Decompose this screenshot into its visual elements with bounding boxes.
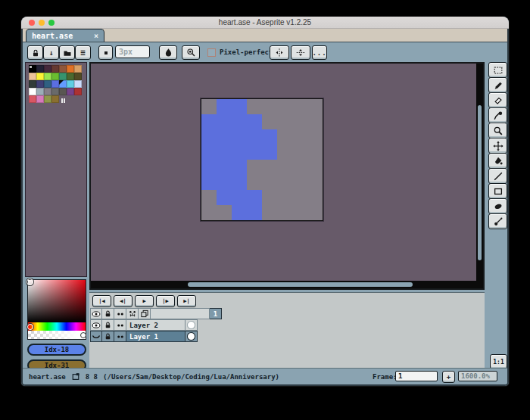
palette-swatch[interactable] — [44, 88, 51, 95]
tool-paint-bucket-button[interactable] — [488, 153, 507, 169]
sprite-pixel[interactable] — [292, 129, 307, 145]
palette-swatch[interactable] — [59, 80, 67, 88]
tool-contour-button[interactable] — [488, 198, 507, 214]
palette-swatch[interactable] — [74, 88, 82, 95]
sprite-pixel[interactable] — [277, 175, 292, 190]
symmetry-horizontal-button[interactable] — [291, 45, 310, 60]
sprite-pixel[interactable] — [292, 114, 307, 129]
sprite-pixel[interactable] — [292, 99, 307, 114]
sprite-pixel[interactable] — [262, 175, 277, 190]
hue-slider[interactable] — [28, 322, 86, 331]
sprite-pixel[interactable] — [262, 129, 277, 145]
sprite-pixel[interactable] — [232, 145, 247, 160]
sprite-pixel[interactable] — [217, 175, 232, 190]
cel-cell[interactable] — [186, 319, 198, 331]
sprite-pixel[interactable] — [247, 190, 262, 205]
palette-swatch[interactable] — [44, 95, 51, 103]
sprite-pixel[interactable] — [277, 160, 292, 175]
sprite-pixel[interactable] — [232, 114, 247, 129]
sprite-pixel[interactable] — [307, 99, 323, 114]
sprite-canvas[interactable] — [201, 98, 323, 221]
one-to-one-zoom-button[interactable]: 1:1 — [490, 354, 507, 369]
sprite-pixel[interactable] — [247, 114, 262, 129]
sprite-pixel[interactable] — [247, 175, 262, 190]
layer-row[interactable]: Layer 2 — [90, 319, 222, 331]
tool-move-button[interactable] — [488, 138, 507, 154]
sprite-pixel[interactable] — [262, 145, 277, 160]
palette-swatch[interactable] — [74, 73, 82, 80]
palette-swatch[interactable] — [44, 65, 51, 73]
sprite-pixel[interactable] — [201, 160, 217, 175]
sprite-pixel[interactable] — [201, 99, 217, 114]
tool-eyedropper-button[interactable] — [488, 107, 507, 123]
palette-swatch[interactable] — [36, 95, 44, 103]
sprite-pixel[interactable] — [277, 205, 292, 220]
sprite-pixel[interactable] — [247, 129, 262, 145]
palette-presets-button[interactable] — [59, 45, 75, 60]
palette-swatch[interactable] — [67, 88, 74, 95]
palette-swatch[interactable] — [74, 65, 82, 73]
palette-swatch[interactable] — [67, 65, 74, 73]
palette-swatch[interactable] — [29, 88, 36, 95]
symmetry-vertical-button[interactable] — [270, 45, 289, 60]
zoom-level-input[interactable]: 1600.0% — [458, 371, 497, 381]
tool-jumble-button[interactable] — [488, 213, 507, 229]
vertical-scrollbar[interactable] — [476, 64, 483, 288]
sprite-pixel[interactable] — [232, 99, 247, 114]
palette-swatch[interactable] — [29, 80, 36, 88]
sprite-pixel[interactable] — [247, 145, 262, 160]
dynamics-button[interactable] — [182, 45, 200, 60]
palette-swatch[interactable] — [29, 95, 36, 103]
sprite-pixel[interactable] — [201, 129, 217, 145]
sprite-pixel[interactable] — [307, 190, 323, 205]
sprite-pixel[interactable] — [292, 145, 307, 160]
alpha-marker-icon[interactable] — [80, 332, 86, 338]
sv-marker-icon[interactable] — [26, 278, 33, 285]
layer-link-toggle[interactable] — [114, 319, 126, 331]
sprite-pixel[interactable] — [277, 99, 292, 114]
sprite-pixel[interactable] — [232, 129, 247, 145]
link-cels-button[interactable] — [114, 308, 126, 319]
sprite-pixel[interactable] — [292, 205, 307, 220]
palette-swatch[interactable] — [67, 80, 74, 88]
layer-visibility-toggle[interactable] — [90, 331, 102, 342]
frame-number-input[interactable]: 1 — [395, 371, 438, 381]
sprite-pixel[interactable] — [232, 175, 247, 190]
sprite-pixel[interactable] — [307, 129, 323, 145]
sprite-pixel[interactable] — [277, 190, 292, 205]
sprite-pixel[interactable] — [201, 205, 217, 220]
palette-swatch[interactable] — [36, 73, 44, 80]
sprite-pixel[interactable] — [292, 175, 307, 190]
sprite-pixel[interactable] — [201, 190, 217, 205]
brush-size-input[interactable]: 3px — [115, 45, 150, 58]
sprite-pixel[interactable] — [307, 175, 323, 190]
sprite-pixel[interactable] — [247, 160, 262, 175]
sprite-pixel[interactable] — [292, 190, 307, 205]
layer-name[interactable]: Layer 1 — [126, 331, 186, 342]
palette-swatch[interactable] — [67, 73, 74, 80]
palette-sort-button[interactable]: ↓ — [43, 45, 59, 60]
tool-pencil-button[interactable] — [488, 77, 507, 93]
last-frame-button[interactable]: ▶| — [177, 295, 196, 307]
add-frame-button[interactable]: + — [442, 371, 455, 383]
horizontal-scrollbar[interactable] — [91, 281, 476, 288]
palette-swatch[interactable] — [59, 88, 67, 95]
prev-frame-button[interactable]: ◀| — [114, 295, 132, 307]
sprite-pixel[interactable] — [217, 190, 232, 205]
palette-swatch[interactable] — [29, 73, 36, 80]
cel-cell[interactable] — [186, 331, 198, 342]
sprite-pixel[interactable] — [262, 99, 277, 114]
next-frame-button[interactable]: |▶ — [156, 295, 175, 307]
tab-heart-ase[interactable]: heart.ase × — [26, 29, 104, 42]
alpha-slider[interactable] — [28, 331, 86, 339]
frame-header-cell[interactable]: 1 — [210, 308, 222, 319]
horizontal-scrollbar-thumb[interactable] — [188, 282, 413, 287]
sprite-pixel[interactable] — [292, 160, 307, 175]
sprite-pixel[interactable] — [217, 99, 232, 114]
palette-swatch[interactable] — [36, 65, 44, 73]
palette-swatch[interactable] — [59, 73, 67, 80]
duplicate-button[interactable] — [139, 308, 151, 319]
editor-viewport[interactable] — [89, 62, 485, 290]
saturation-value-box[interactable] — [28, 280, 86, 322]
sprite-pixel[interactable] — [217, 114, 232, 129]
